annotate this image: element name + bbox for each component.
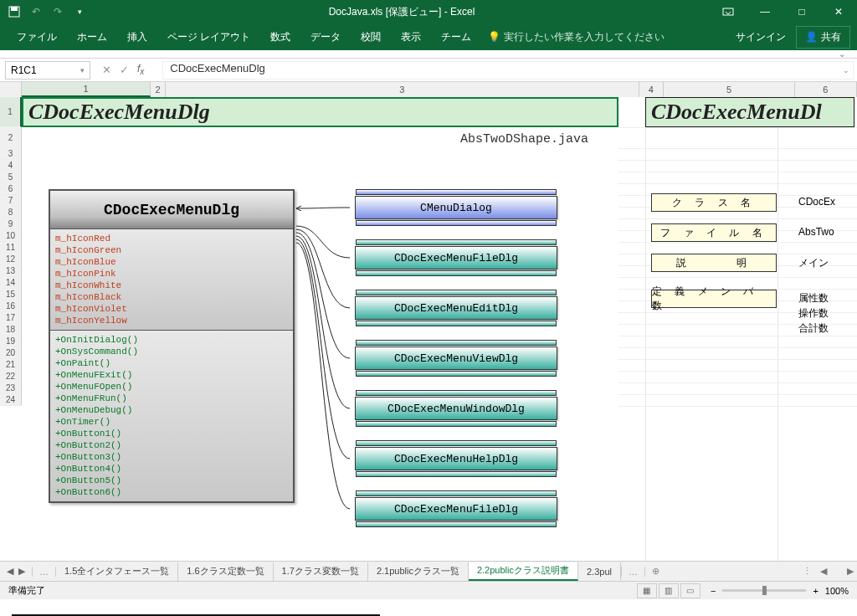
- minimize-button[interactable]: —: [747, 0, 783, 23]
- qat-dropdown-icon[interactable]: ▾: [72, 4, 87, 19]
- share-button[interactable]: 👤共有: [796, 26, 850, 49]
- tab-formulas[interactable]: 数式: [260, 23, 300, 50]
- row-header[interactable]: 23: [0, 382, 22, 394]
- column-header[interactable]: 5: [664, 82, 794, 97]
- tab-view[interactable]: 表示: [391, 23, 431, 50]
- row-header[interactable]: 7: [0, 195, 22, 207]
- formula-bar: R1C1▾ ✕ ✓ fx CDocExecMenuDlg ⌄: [0, 59, 857, 82]
- name-box[interactable]: R1C1▾: [5, 61, 90, 80]
- new-sheet-button[interactable]: ⊕: [645, 566, 666, 577]
- row-header[interactable]: 4: [0, 160, 22, 172]
- save-icon[interactable]: [7, 4, 22, 19]
- column-header[interactable]: 3: [166, 82, 639, 97]
- view-normal-button[interactable]: ▦: [637, 583, 657, 598]
- row-header[interactable]: 22: [0, 371, 22, 382]
- row-header[interactable]: 18: [0, 324, 22, 336]
- column-header[interactable]: 4: [639, 82, 665, 97]
- tab-data[interactable]: データ: [300, 23, 351, 50]
- tab-pagelayout[interactable]: ページ レイアウト: [157, 23, 260, 50]
- view-pagelayout-button[interactable]: ▥: [659, 583, 679, 598]
- row-header[interactable]: 1: [0, 97, 22, 127]
- sheet-tab[interactable]: 1.5全インタフェース一覧: [56, 562, 178, 581]
- sheet-tab[interactable]: 1.6クラス定数一覧: [178, 562, 273, 581]
- tab-team[interactable]: チーム: [431, 23, 481, 50]
- tab-nav-more[interactable]: …: [32, 567, 56, 577]
- row-header[interactable]: 17: [0, 312, 22, 324]
- zoom-out-button[interactable]: −: [711, 586, 716, 596]
- info-value-cell[interactable]: メイン: [798, 256, 829, 270]
- info-value-cell[interactable]: 操作数: [798, 306, 829, 321]
- related-class-box: CDocExecMenuWindowDlg: [355, 397, 557, 420]
- row-header[interactable]: 19: [0, 336, 22, 347]
- sheet-tab[interactable]: 2.2publicクラス説明書: [469, 562, 578, 581]
- row-header[interactable]: 3: [0, 148, 22, 160]
- row-header[interactable]: 8: [0, 207, 22, 218]
- chevron-down-icon[interactable]: ▾: [80, 66, 85, 74]
- redo-icon[interactable]: ↷: [50, 4, 65, 19]
- row-header[interactable]: 15: [0, 289, 22, 300]
- info-value-cell[interactable]: 属性数: [798, 291, 829, 305]
- row-header[interactable]: 9: [0, 218, 22, 230]
- uml-method: +OnMenuFOpen(): [55, 381, 288, 393]
- uml-method: +OnButton1(): [55, 428, 288, 439]
- tell-me-search[interactable]: 💡実行したい作業を入力してください: [488, 30, 665, 44]
- row-header[interactable]: 14: [0, 277, 22, 289]
- fx-icon[interactable]: fx: [137, 63, 151, 76]
- tab-review[interactable]: 校閲: [351, 23, 391, 50]
- row-header[interactable]: 21: [0, 359, 22, 371]
- info-value-cell[interactable]: 合計数: [798, 321, 829, 336]
- cell-class-title-right[interactable]: CDocExecMenuDl: [645, 97, 854, 127]
- info-value-cell[interactable]: CDocEx: [798, 196, 835, 208]
- svg-rect-1: [11, 7, 18, 11]
- tab-insert[interactable]: 挿入: [117, 23, 157, 50]
- column-header[interactable]: 6: [795, 82, 857, 97]
- sheet-tab[interactable]: 2.1publicクラス一覧: [368, 562, 469, 581]
- row-header[interactable]: 5: [0, 172, 22, 183]
- hscroll-right[interactable]: ▶: [847, 566, 854, 577]
- uml-attribute: m_hIconPink: [55, 268, 288, 280]
- select-all-corner[interactable]: [0, 82, 22, 97]
- maximize-button[interactable]: □: [783, 0, 820, 23]
- ribbon-expand-button[interactable]: ⌄: [0, 50, 857, 59]
- accept-formula-button[interactable]: ✓: [120, 64, 129, 76]
- tab-home[interactable]: ホーム: [67, 23, 117, 50]
- uml-method: +OnButton3(): [55, 451, 288, 463]
- row-header[interactable]: 11: [0, 242, 22, 254]
- row-header[interactable]: 20: [0, 347, 22, 359]
- sheet-tab[interactable]: 1.7クラス変数一覧: [274, 562, 368, 581]
- row-header[interactable]: 13: [0, 265, 22, 277]
- row-header[interactable]: 10: [0, 230, 22, 242]
- java-filename-cell[interactable]: AbsTwoDShape.java: [460, 132, 588, 146]
- tab-nav-prev[interactable]: ◀: [7, 566, 13, 577]
- row-header[interactable]: 2: [0, 127, 22, 148]
- row-header[interactable]: 12: [0, 254, 22, 265]
- close-button[interactable]: ✕: [820, 0, 857, 23]
- formula-input[interactable]: CDocExecMenuDlg: [162, 61, 839, 80]
- hscroll-left[interactable]: ◀: [820, 566, 827, 577]
- zoom-in-button[interactable]: +: [813, 586, 818, 596]
- tab-split-handle[interactable]: ⋮: [803, 566, 817, 577]
- row-header[interactable]: 6: [0, 183, 22, 195]
- info-value-cell[interactable]: AbsTwo: [798, 226, 834, 238]
- status-text: 準備完了: [8, 584, 45, 597]
- row-header[interactable]: 16: [0, 300, 22, 312]
- uml-attribute: m_hIconGreen: [55, 244, 288, 256]
- undo-icon[interactable]: ↶: [28, 4, 44, 19]
- sheet-tab-bar: ◀ ▶ … 1.5全インタフェース一覧1.6クラス定数一覧1.7クラス変数一覧2…: [0, 561, 857, 581]
- sheet-tab[interactable]: 2.3pul: [578, 562, 621, 581]
- view-pagebreak-button[interactable]: ▭: [680, 583, 700, 598]
- column-header[interactable]: 2: [151, 82, 166, 97]
- worksheet-grid[interactable]: 123456 123456789101112131415161718192021…: [0, 82, 857, 561]
- zoom-level[interactable]: 100%: [825, 586, 849, 596]
- tab-file[interactable]: ファイル: [7, 23, 67, 50]
- zoom-slider[interactable]: [722, 589, 806, 592]
- signin-link[interactable]: サインイン: [726, 30, 796, 44]
- formula-expand-button[interactable]: ⌄: [839, 61, 854, 80]
- tab-nav-next[interactable]: ▶: [18, 566, 25, 577]
- tab-nav-more-right[interactable]: …: [621, 567, 645, 577]
- cell-class-title[interactable]: CDocExecMenuDlg: [22, 97, 618, 127]
- cancel-formula-button[interactable]: ✕: [102, 64, 111, 76]
- ribbon-options-button[interactable]: [710, 0, 747, 23]
- row-header[interactable]: 24: [0, 394, 22, 406]
- column-header[interactable]: 1: [22, 82, 151, 97]
